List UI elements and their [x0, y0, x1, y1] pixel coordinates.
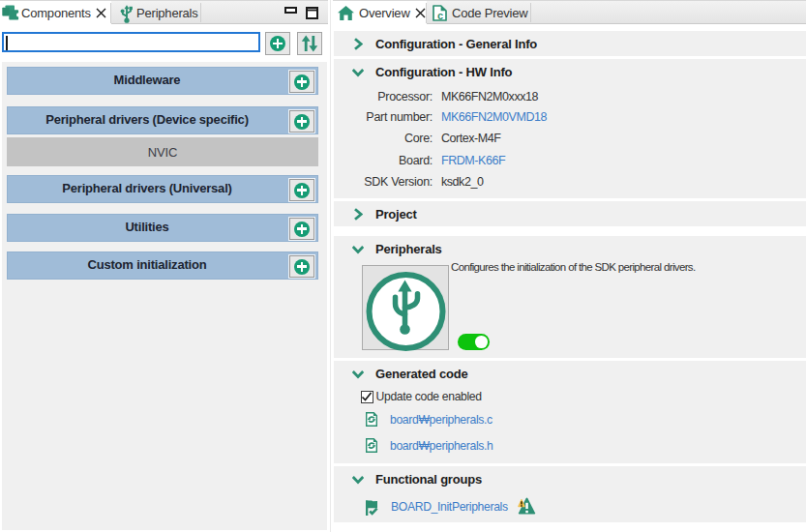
svg-text:c: c — [437, 10, 443, 21]
